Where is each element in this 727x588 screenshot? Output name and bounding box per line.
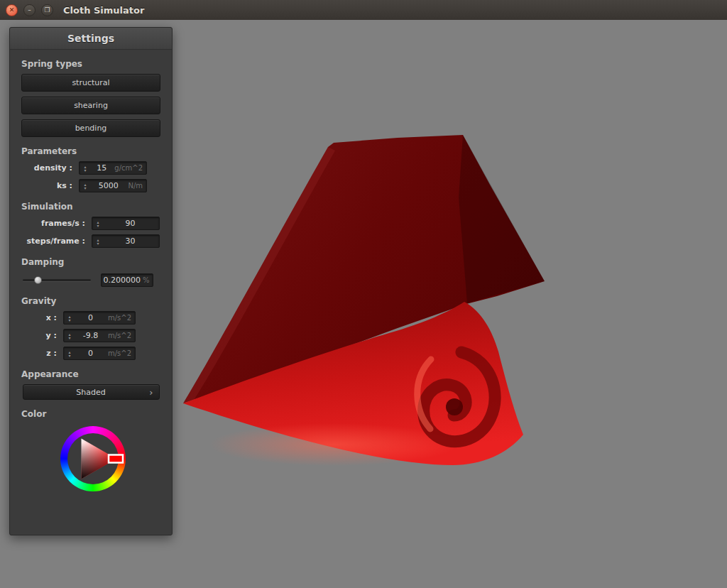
density-input[interactable]: ▴▾ 15 g/cm^2 <box>79 161 147 175</box>
color-label: Color <box>21 409 172 419</box>
spinner-arrows-icon[interactable]: ▴▾ <box>64 315 73 322</box>
titlebar: ✕ – ❐ Cloth Simulator <box>0 0 727 21</box>
gravity-label: Gravity <box>21 296 172 306</box>
gravity-x-row: x : ▴▾ 0 m/s^2 <box>10 311 172 325</box>
frames-label: frames/s : <box>10 219 92 228</box>
gravity-x-unit: m/s^2 <box>108 314 135 322</box>
damping-slider-handle[interactable] <box>34 276 42 284</box>
gravity-z-value: 0 <box>73 349 108 358</box>
settings-panel-header[interactable]: Settings <box>10 28 172 50</box>
steps-value: 30 <box>102 236 159 246</box>
gravity-y-row: y : ▴▾ -9.8 m/s^2 <box>10 329 172 342</box>
steps-input[interactable]: ▴▾ 30 <box>92 234 160 248</box>
density-row: density : ▴▾ 15 g/cm^2 <box>10 161 172 175</box>
gravity-y-value: -9.8 <box>73 331 108 340</box>
ks-row: ks : ▴▾ 5000 N/m <box>10 179 172 192</box>
color-wheel[interactable] <box>60 426 126 491</box>
minimize-button[interactable]: – <box>23 4 35 16</box>
appearance-dropdown[interactable]: Shaded › <box>23 384 160 400</box>
spinner-arrows-icon[interactable]: ▴▾ <box>80 183 89 190</box>
appearance-label: Appearance <box>21 369 172 379</box>
window-title: Cloth Simulator <box>63 5 144 16</box>
gravity-x-input[interactable]: ▴▾ 0 m/s^2 <box>63 311 136 325</box>
settings-panel: Settings Spring types structural shearin… <box>9 27 173 535</box>
structural-button[interactable]: structural <box>21 74 160 92</box>
settings-title: Settings <box>67 33 114 44</box>
gravity-y-input[interactable]: ▴▾ -9.8 m/s^2 <box>63 329 136 342</box>
damping-value-box[interactable]: 0.200000 % <box>101 273 153 287</box>
density-label: density : <box>10 163 79 173</box>
appearance-selected: Shaded <box>76 388 105 397</box>
spinner-arrows-icon[interactable]: ▴▾ <box>92 220 102 227</box>
frames-row: frames/s : ▴▾ 90 <box>10 217 172 230</box>
gravity-z-input[interactable]: ▴▾ 0 m/s^2 <box>63 347 136 360</box>
gravity-x-label: x : <box>10 313 63 322</box>
ks-input[interactable]: ▴▾ 5000 N/m <box>79 179 147 192</box>
frames-value: 90 <box>102 219 159 228</box>
spring-types-label: Spring types <box>21 59 172 69</box>
parameters-label: Parameters <box>21 146 172 156</box>
gravity-y-label: y : <box>10 331 63 340</box>
steps-row: steps/frame : ▴▾ 30 <box>10 234 172 248</box>
damping-slider[interactable] <box>23 273 91 287</box>
frames-input[interactable]: ▴▾ 90 <box>92 217 160 230</box>
cloth-back-fold-shadow <box>459 135 545 303</box>
close-button[interactable]: ✕ <box>6 4 18 16</box>
damping-unit: % <box>143 276 153 284</box>
damping-value: 0.200000 <box>102 276 143 285</box>
spinner-arrows-icon[interactable]: ▴▾ <box>80 165 89 172</box>
maximize-button[interactable]: ❐ <box>41 4 53 16</box>
chevron-right-icon: › <box>149 388 153 397</box>
density-value: 15 <box>89 163 114 173</box>
gravity-x-value: 0 <box>73 313 108 322</box>
close-icon: ✕ <box>9 7 15 13</box>
shearing-button[interactable]: shearing <box>21 97 160 114</box>
damping-label: Damping <box>21 257 172 267</box>
ks-value: 5000 <box>89 181 128 190</box>
spinner-arrows-icon[interactable]: ▴▾ <box>92 238 102 245</box>
maximize-icon: ❐ <box>44 7 50 13</box>
damping-row: 0.200000 % <box>23 273 172 287</box>
ks-unit: N/m <box>128 182 146 190</box>
cloth-curl-core <box>446 398 463 415</box>
cloth-sheen <box>209 423 458 466</box>
spinner-arrows-icon[interactable]: ▴▾ <box>64 350 73 357</box>
density-unit: g/cm^2 <box>114 164 146 172</box>
hue-marker[interactable] <box>109 455 123 463</box>
ks-label: ks : <box>10 181 79 190</box>
app-window: ✕ – ❐ Cloth Simulator <box>0 0 727 588</box>
gravity-z-row: z : ▴▾ 0 m/s^2 <box>10 347 172 360</box>
minimize-icon: – <box>28 7 31 13</box>
saturation-value-triangle[interactable] <box>60 426 126 491</box>
gravity-z-unit: m/s^2 <box>108 349 135 357</box>
simulation-label: Simulation <box>21 202 172 212</box>
gravity-z-label: z : <box>10 349 63 358</box>
spinner-arrows-icon[interactable]: ▴▾ <box>64 332 73 339</box>
steps-label: steps/frame : <box>10 236 92 246</box>
damping-slider-track[interactable] <box>23 279 91 281</box>
bending-button[interactable]: bending <box>21 119 160 137</box>
gravity-y-unit: m/s^2 <box>108 332 135 339</box>
